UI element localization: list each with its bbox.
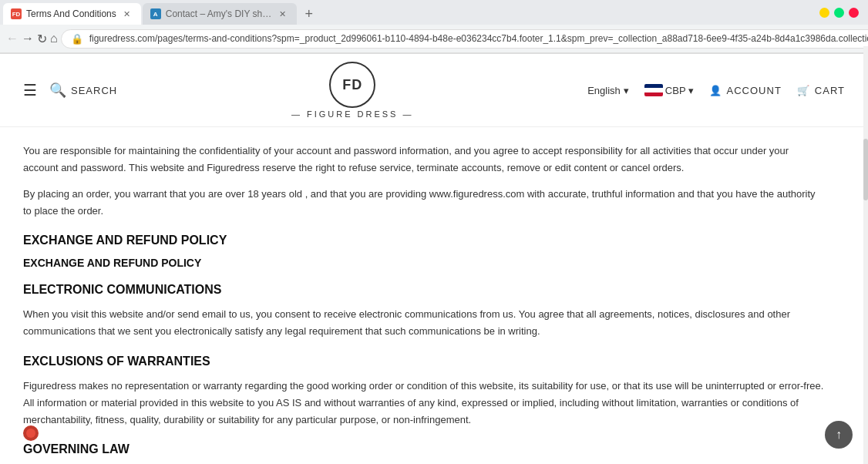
exclusions-section: EXCLUSIONS OF WARRANTIES Figuredress mak… <box>23 355 825 429</box>
tab-favicon-1: FD <box>11 8 22 19</box>
tab-title-2: Contact – Amy's DIY shop <box>166 8 272 19</box>
warranty-text: By placing an order, you warrant that yo… <box>23 186 825 220</box>
electronic-comms-section: ELECTRONIC COMMUNICATIONS When you visit… <box>23 283 825 340</box>
page-wrapper: ☰ 🔍 SEARCH FD — FIGURE DRESS — English ▾… <box>0 54 868 464</box>
section1-heading: EXCHANGE AND REFUND POLICY <box>23 234 825 247</box>
hamburger-icon[interactable]: ☰ <box>23 81 37 99</box>
browser-chrome: FD Terms And Conditions ✕ A Contact – Am… <box>0 0 868 54</box>
scroll-to-top-button[interactable]: ↑ <box>825 421 853 449</box>
section4-heading: GOVERNING LAW <box>23 442 825 456</box>
account-icon: 👤 <box>709 85 722 96</box>
header-left: ☰ 🔍 SEARCH <box>23 81 117 99</box>
language-text: English <box>587 85 621 96</box>
tab-favicon-2: A <box>150 8 161 19</box>
minimize-button[interactable] <box>819 8 829 18</box>
search-icon: 🔍 <box>49 82 66 99</box>
section2-heading: ELECTRONIC COMMUNICATIONS <box>23 283 825 297</box>
search-area[interactable]: 🔍 SEARCH <box>49 82 117 99</box>
intro-section: You are responsible for maintaining the … <box>23 143 825 220</box>
account-link[interactable]: 👤 ACCOUNT <box>709 85 782 96</box>
home-button[interactable]: ⌂ <box>50 28 58 49</box>
language-chevron: ▾ <box>624 85 629 96</box>
header-right: English ▾ CBP ▾ 👤 ACCOUNT 🛒 CART <box>587 84 845 96</box>
currency-selector[interactable]: CBP ▾ <box>644 84 694 96</box>
language-selector[interactable]: English ▾ <box>587 85 629 96</box>
logo-letters: FD <box>342 77 362 93</box>
tab-title-1: Terms And Conditions <box>26 8 116 19</box>
browser-tab-1[interactable]: FD Terms And Conditions ✕ <box>3 3 141 25</box>
maximize-button[interactable] <box>834 8 844 18</box>
account-label: ACCOUNT <box>727 85 782 96</box>
currency-chevron: ▾ <box>688 85 694 96</box>
logo-circle: FD <box>329 62 375 108</box>
address-text: figuredress.com/pages/terms-and-conditio… <box>89 33 868 44</box>
scrollbar-thumb[interactable] <box>863 139 868 200</box>
section3-heading: EXCLUSIONS OF WARRANTIES <box>23 355 825 368</box>
governing-law-section: GOVERNING LAW These Terms of Service and… <box>23 442 825 464</box>
cart-icon: 🛒 <box>797 85 810 96</box>
tab-close-2[interactable]: ✕ <box>277 8 289 20</box>
main-content: You are responsible for maintaining the … <box>0 127 848 464</box>
reload-button[interactable]: ↻ <box>37 28 47 49</box>
flag-icon <box>644 84 663 96</box>
tab-close-1[interactable]: ✕ <box>121 8 133 20</box>
notif-dot-outer <box>23 425 39 441</box>
notification-dot[interactable] <box>23 425 39 441</box>
cart-link[interactable]: 🛒 CART <box>797 85 845 96</box>
notif-dot-inner <box>26 429 35 438</box>
site-header: ☰ 🔍 SEARCH FD — FIGURE DRESS — English ▾… <box>0 54 868 127</box>
header-logo[interactable]: FD — FIGURE DRESS — <box>291 62 414 119</box>
section1-subheading: EXCHANGE AND REFUND POLICY <box>23 257 825 269</box>
close-button[interactable] <box>849 8 859 18</box>
forward-button[interactable]: → <box>22 28 34 49</box>
intro-text: You are responsible for maintaining the … <box>23 143 825 177</box>
browser-tab-2[interactable]: A Contact – Amy's DIY shop ✕ <box>143 3 297 25</box>
logo-name: — FIGURE DRESS — <box>291 109 414 119</box>
exchange-refund-section: EXCHANGE AND REFUND POLICY EXCHANGE AND … <box>23 234 825 269</box>
new-tab-button[interactable]: + <box>298 3 320 25</box>
cart-label: CART <box>815 85 845 96</box>
browser-toolbar: ← → ↻ ⌂ 🔒 figuredress.com/pages/terms-an… <box>0 25 868 53</box>
section2-text: When you visit this website and/or send … <box>23 306 825 340</box>
address-bar[interactable]: 🔒 figuredress.com/pages/terms-and-condit… <box>61 29 868 49</box>
scrollbar-track <box>863 46 868 464</box>
section3-text: Figuredress makes no representation or w… <box>23 378 825 429</box>
search-label: SEARCH <box>71 85 117 96</box>
back-button[interactable]: ← <box>6 28 19 49</box>
currency-text: CBP <box>665 85 686 96</box>
